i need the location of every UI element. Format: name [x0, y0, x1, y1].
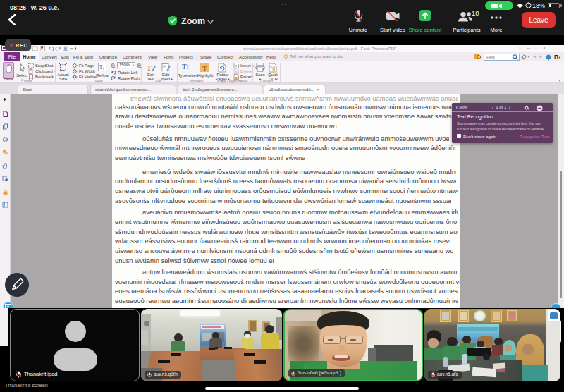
svg-text:T: T — [147, 63, 152, 72]
svg-text:10: 10 — [472, 9, 479, 17]
svg-text:T: T — [99, 64, 103, 71]
svg-text:OCR: OCR — [270, 66, 276, 68]
